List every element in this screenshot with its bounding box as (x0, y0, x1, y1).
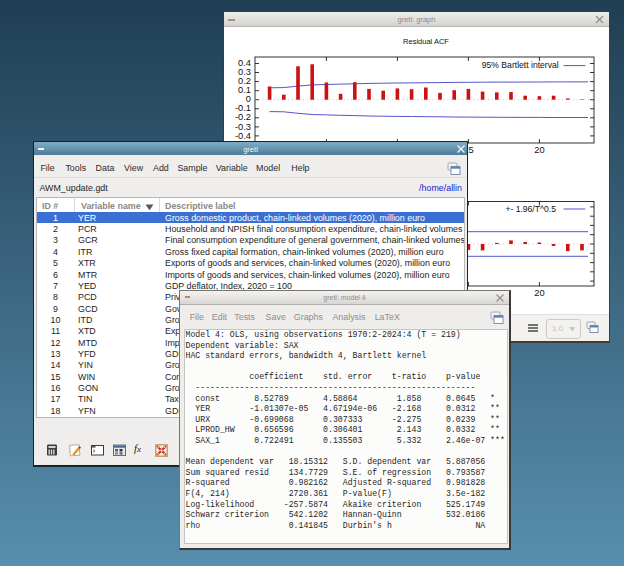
svg-text:-0.4: -0.4 (235, 131, 251, 141)
svg-text:20: 20 (534, 288, 544, 298)
svg-text:95% Bartlett interval: 95% Bartlett interval (482, 60, 559, 70)
svg-text:20: 20 (534, 145, 544, 155)
svg-text:+- 1.96/T^0.5: +- 1.96/T^0.5 (505, 204, 556, 214)
svg-text:Residual ACF: Residual ACF (403, 37, 449, 46)
